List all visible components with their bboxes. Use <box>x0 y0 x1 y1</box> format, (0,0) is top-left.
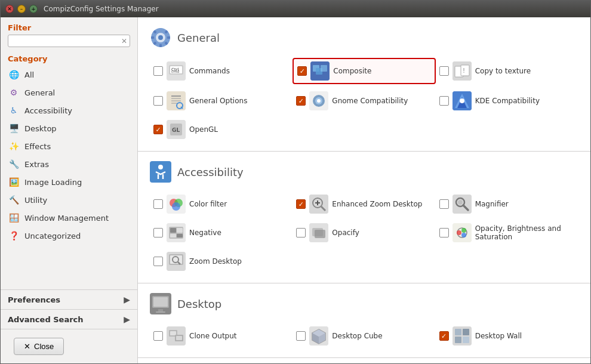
desktop-section-icon <box>150 293 171 314</box>
plugin-item-opengl[interactable]: GL OpenGL <box>150 118 293 141</box>
sidebar-item-accessibility[interactable]: ♿ Accessibility <box>1 101 137 119</box>
svg-rect-65 <box>315 230 325 238</box>
negative-icon <box>167 223 186 242</box>
sidebar-item-effects[interactable]: ✨ Effects <box>1 137 137 155</box>
gnome-compatibility-icon <box>309 91 328 110</box>
main-window: ✕ – + CompizConfig Settings Manager Filt… <box>0 0 591 364</box>
effects-icon: ✨ <box>8 140 20 152</box>
plugin-item-enhanced-zoom[interactable]: Enhanced Zoom Desktop <box>293 192 435 216</box>
sidebar-item-window-management[interactable]: 🪟 Window Management <box>1 209 137 227</box>
opacify-checkbox[interactable] <box>296 228 306 237</box>
accessibility-plugin-grid: Color filter Enhanced Zoom Desktop <box>150 192 578 273</box>
plugin-item-desktop-wall[interactable]: Desktop Wall <box>436 324 578 348</box>
preferences-item[interactable]: Preferences ▶ <box>1 290 137 310</box>
zoom-desktop-checkbox[interactable] <box>153 257 163 266</box>
opacity-brightness-name: Opacity, Brightness and Saturation <box>475 224 575 242</box>
plugin-item-copy-to-texture[interactable]: ! Copy to texture <box>436 58 578 84</box>
opengl-icon: GL <box>167 120 186 139</box>
commands-checkbox[interactable] <box>153 66 163 76</box>
desktop-cube-name: Desktop Cube <box>332 332 382 340</box>
sidebar-item-uncategorized[interactable]: ❓ Uncategorized <box>1 227 137 245</box>
plugin-item-color-filter[interactable]: Color filter <box>150 192 293 216</box>
accessibility-icon: ♿ <box>8 104 20 116</box>
magnifier-checkbox[interactable] <box>439 199 449 209</box>
enhanced-zoom-checkbox[interactable] <box>296 199 306 209</box>
sidebar-item-desktop[interactable]: 🖥️ Desktop <box>1 119 137 137</box>
opengl-checkbox[interactable] <box>153 125 163 134</box>
window-management-icon: 🪟 <box>8 212 20 224</box>
desktop-cube-icon <box>309 326 328 346</box>
sidebar-item-general[interactable]: ⚙️ General <box>1 84 137 101</box>
close-window-button[interactable]: ✕ <box>5 5 14 13</box>
svg-rect-5 <box>167 36 170 39</box>
kde-compatibility-icon <box>453 91 472 110</box>
svg-rect-3 <box>159 28 162 31</box>
sidebar-item-extras[interactable]: 🔧 Extras <box>1 155 137 173</box>
minimize-button[interactable]: – <box>17 5 26 13</box>
plugin-item-magnifier[interactable]: Magnifier <box>436 192 578 216</box>
all-icon: 🌐 <box>8 69 20 81</box>
close-label: Close <box>34 342 54 351</box>
svg-rect-94 <box>455 337 461 343</box>
negative-name: Negative <box>189 229 221 237</box>
svg-rect-59 <box>170 228 176 233</box>
filter-label: Filter <box>8 23 130 32</box>
svg-rect-83 <box>170 331 176 335</box>
plugin-item-kde-compatibility[interactable]: KDE Compatibility <box>436 89 578 113</box>
general-section-icon <box>150 27 171 48</box>
desktop-icon: 🖥️ <box>8 122 20 134</box>
sidebar-item-image-loading[interactable]: 🖼️ Image Loading <box>1 173 137 191</box>
window-title: CompizConfig Settings Manager <box>44 5 586 13</box>
plugin-item-composite[interactable]: Composite <box>293 58 435 84</box>
plugin-item-opacity-brightness[interactable]: Opacity, Brightness and Saturation <box>436 221 578 245</box>
general-icon: ⚙️ <box>8 87 20 98</box>
close-button[interactable]: ✕ Close <box>14 338 64 355</box>
plugin-item-negative[interactable]: Negative <box>150 221 293 245</box>
sidebar: Filter ✕ Category 🌐 All ⚙️ General ♿ Acc… <box>1 17 138 363</box>
color-filter-icon <box>167 195 186 214</box>
filter-clear-icon[interactable]: ✕ <box>121 37 127 45</box>
general-plugin-grid: Ctrlcmd Commands Composite <box>150 58 578 141</box>
copy-to-texture-checkbox[interactable] <box>439 66 449 76</box>
color-filter-checkbox[interactable] <box>153 199 163 209</box>
negative-checkbox[interactable] <box>153 228 163 237</box>
filter-input[interactable] <box>11 36 121 45</box>
plugin-item-clone-output[interactable]: Clone Output <box>150 324 293 348</box>
sidebar-item-all[interactable]: 🌐 All <box>1 66 137 84</box>
kde-compatibility-checkbox[interactable] <box>439 96 449 106</box>
maximize-button[interactable]: + <box>29 5 38 13</box>
plugin-item-gnome-compatibility[interactable]: Gnome Compatibility <box>293 89 435 113</box>
advanced-search-item[interactable]: Advanced Search ▶ <box>1 310 137 329</box>
opacity-brightness-icon <box>453 223 472 242</box>
opacity-brightness-checkbox[interactable] <box>439 228 449 237</box>
composite-checkbox[interactable] <box>297 66 307 76</box>
plugin-item-general-options[interactable]: General Options <box>150 89 293 113</box>
close-x-icon: ✕ <box>24 342 30 351</box>
plugin-item-zoom-desktop[interactable]: Zoom Desktop <box>150 249 293 273</box>
utility-icon: 🔨 <box>8 194 20 206</box>
desktop-wall-icon <box>453 326 472 346</box>
plugin-item-desktop-cube[interactable]: Desktop Cube <box>293 324 435 348</box>
desktop-wall-checkbox[interactable] <box>439 331 449 341</box>
opacify-icon <box>309 223 328 242</box>
svg-rect-92 <box>455 329 461 335</box>
plugin-item-opacify[interactable]: Opacify <box>293 221 435 245</box>
svg-rect-19 <box>321 65 327 72</box>
svg-rect-48 <box>309 195 328 214</box>
svg-rect-93 <box>463 329 469 335</box>
opacify-name: Opacify <box>332 229 359 237</box>
clone-output-checkbox[interactable] <box>153 331 163 341</box>
desktop-cube-checkbox[interactable] <box>296 331 306 341</box>
gnome-compatibility-checkbox[interactable] <box>296 96 306 106</box>
svg-point-2 <box>158 35 163 40</box>
gnome-compatibility-name: Gnome Compatibility <box>332 97 408 105</box>
kde-compatibility-name: KDE Compatibility <box>475 97 540 105</box>
sidebar-item-utility[interactable]: 🔨 Utility <box>1 191 137 209</box>
svg-rect-60 <box>177 228 183 233</box>
accessibility-section-icon <box>150 161 171 183</box>
general-options-checkbox[interactable] <box>153 96 163 106</box>
plugin-item-commands[interactable]: Ctrlcmd Commands <box>150 58 293 84</box>
svg-point-47 <box>172 202 180 211</box>
preferences-label: Preferences <box>8 295 60 304</box>
svg-rect-95 <box>463 337 469 343</box>
